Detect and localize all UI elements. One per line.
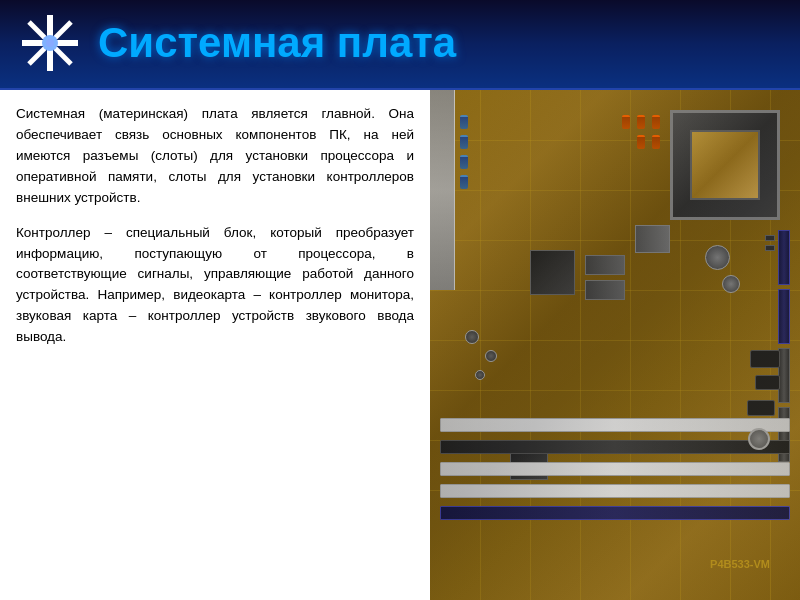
pci-slots: [440, 418, 790, 520]
cpu-chip: [690, 130, 760, 200]
paragraph-2: Контроллер – специальный блок, который п…: [16, 223, 414, 349]
board-visual: P4B533-VM: [430, 90, 800, 600]
star-icon: [20, 13, 80, 73]
text-panel: Системная (материнская) плата является г…: [0, 90, 430, 600]
board-label: P4B533-VM: [710, 558, 770, 570]
main-content: Системная (материнская) плата является г…: [0, 90, 800, 600]
paragraph-1: Системная (материнская) плата является г…: [16, 104, 414, 209]
motherboard-image: P4B533-VM: [430, 90, 800, 600]
page-title: Системная плата: [98, 19, 456, 67]
back-panel: [430, 90, 455, 290]
svg-point-5: [46, 39, 54, 47]
header: Системная плата: [0, 0, 800, 90]
cpu-socket: [670, 110, 780, 220]
northbridge-chip: [530, 250, 575, 295]
page: Системная плата Системная (материнская) …: [0, 0, 800, 600]
